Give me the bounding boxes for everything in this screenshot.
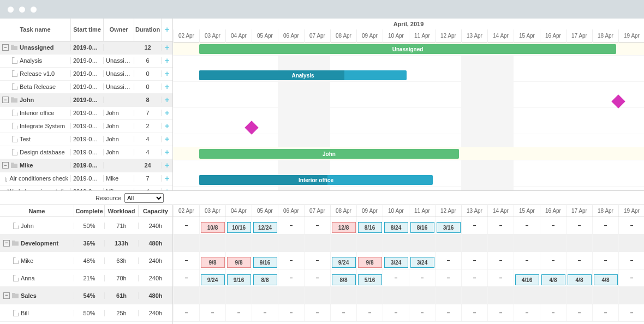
workload-cell: – — [618, 252, 644, 269]
milestone-marker[interactable] — [611, 94, 625, 108]
task-owner: John — [104, 136, 134, 142]
task-group-row[interactable]: −John2019-04-038+ — [0, 94, 172, 107]
task-owner: Unassigned — [104, 57, 134, 64]
col-header-duration[interactable]: Duration — [134, 19, 162, 41]
gantt-timeline[interactable]: April, 2019 02 Apr03 Apr04 Apr05 Apr06 A… — [173, 19, 644, 190]
task-group-row[interactable]: −Unassigned2019-04-0312+ — [0, 41, 172, 55]
add-task-button[interactable]: + — [162, 187, 172, 190]
task-group-row[interactable]: −Mike2019-04-0324+ — [0, 159, 172, 172]
add-task-button[interactable]: + — [162, 109, 172, 117]
timeline-row[interactable]: Interior office — [173, 173, 644, 187]
workload-badge: 9/8 — [358, 257, 382, 268]
workload-cell: – — [540, 217, 566, 234]
workload-cell: 9/8 — [356, 252, 383, 269]
task-row[interactable]: Integrate System2019-04-05John2+ — [0, 120, 172, 133]
task-duration: 7 — [134, 110, 162, 116]
workload-cell: 9/24 — [330, 252, 356, 269]
timeline-row[interactable] — [173, 95, 644, 108]
col-header-name[interactable]: Task name — [0, 19, 71, 41]
workload-cell: – — [461, 269, 487, 286]
workload-cell — [383, 287, 409, 304]
resource-row[interactable]: Anna21%70h240h — [0, 269, 172, 287]
resource-timeline[interactable]: 02 Apr03 Apr04 Apr05 Apr06 Apr07 Apr08 A… — [173, 205, 644, 324]
add-task-button[interactable]: + — [162, 43, 172, 52]
add-task-button[interactable]: + — [162, 82, 172, 91]
res-col-complete[interactable]: Complete — [74, 205, 105, 217]
workload-cell — [173, 235, 199, 251]
workload-badge: 4/16 — [515, 274, 539, 285]
workload-badge: 12/24 — [253, 222, 277, 233]
task-row[interactable]: Test2019-04-09John4+ — [0, 133, 172, 146]
resource-row[interactable]: John50%71h240h — [0, 217, 172, 235]
collapse-toggle[interactable]: − — [3, 240, 10, 247]
group-bar[interactable]: John — [199, 149, 459, 159]
window-dot[interactable] — [31, 7, 37, 13]
collapse-toggle[interactable]: − — [3, 292, 10, 299]
day-header: 08 Apr — [330, 29, 356, 43]
resource-cap: 480h — [139, 292, 172, 299]
resource-comp: 48% — [74, 257, 105, 264]
task-row[interactable]: Interior office2019-04-03John7+ — [0, 107, 172, 120]
window-dot[interactable] — [8, 7, 14, 13]
task-start: 2019-04-05 — [71, 83, 104, 90]
timeline-row[interactable] — [173, 121, 644, 134]
resource-group-row[interactable]: −Sales54%61h480h — [0, 287, 172, 304]
workload-cell — [487, 235, 514, 251]
add-task-button[interactable]: + — [162, 95, 172, 104]
file-icon — [13, 223, 19, 229]
add-task-button[interactable]: + — [162, 56, 172, 65]
resource-row[interactable]: Bill50%25h240h — [0, 304, 172, 322]
workload-cell: – — [461, 304, 487, 321]
add-task-button[interactable]: + — [162, 135, 172, 143]
workload-cell: – — [304, 269, 330, 286]
col-header-owner[interactable]: Owner — [104, 19, 134, 41]
day-header: 16 Apr — [540, 29, 566, 43]
task-bar[interactable]: Interior office — [199, 175, 433, 185]
add-task-button[interactable]: + — [162, 174, 172, 183]
workload-cell — [592, 235, 618, 251]
task-row[interactable]: Workplaces importation2019-05-01Mike4+ — [0, 185, 172, 190]
task-row[interactable]: Analysis2019-04-03Unassigned6+ — [0, 55, 172, 68]
workload-cell — [409, 287, 435, 304]
day-header: 06 Apr — [278, 205, 304, 217]
timeline-row[interactable]: John — [173, 147, 644, 160]
task-row[interactable]: Beta Release2019-04-05Unassigned0+ — [0, 81, 172, 94]
resource-grid: Name Complete Workload Capacity John50%7… — [0, 205, 173, 324]
workload-cell — [566, 287, 592, 304]
resource-name: Bill — [21, 310, 29, 316]
collapse-toggle[interactable]: − — [2, 97, 9, 103]
workload-cell — [383, 235, 409, 251]
add-task-button[interactable]: + — [162, 69, 172, 78]
workload-cell: – — [278, 269, 304, 286]
col-header-start[interactable]: Start time — [71, 19, 104, 41]
res-col-workload[interactable]: Workload — [105, 205, 139, 217]
add-task-button[interactable]: + — [162, 148, 172, 157]
task-row[interactable]: Air conditioners check2019-04-03Mike7+ — [0, 172, 172, 185]
res-col-capacity[interactable]: Capacity — [139, 205, 172, 217]
resource-group-row[interactable]: −Development36%133h480h — [0, 235, 172, 252]
day-header: 14 Apr — [487, 29, 514, 43]
add-task-button[interactable]: + — [162, 122, 172, 130]
add-column-button[interactable]: + — [162, 19, 172, 41]
res-col-name[interactable]: Name — [0, 205, 74, 217]
task-bar[interactable]: Analysis — [199, 70, 407, 80]
workload-cell: 12/24 — [252, 217, 278, 234]
workload-cell — [487, 287, 514, 304]
resource-timeline-row: –9/249/168/8––8/85/16–––––4/164/84/84/8– — [173, 269, 644, 287]
task-row[interactable]: Design database2019-04-03John4+ — [0, 146, 172, 159]
workload-cell: – — [461, 217, 487, 234]
workload-cell: – — [566, 217, 592, 234]
timeline-row[interactable]: Analysis — [173, 69, 644, 82]
collapse-toggle[interactable]: − — [2, 162, 9, 169]
resource-row[interactable]: Mike48%63h240h — [0, 252, 172, 269]
add-task-button[interactable]: + — [162, 161, 172, 170]
task-row[interactable]: Release v1.02019-04-19Unassigned0+ — [0, 68, 172, 81]
collapse-toggle[interactable]: − — [2, 44, 9, 51]
milestone-marker[interactable] — [245, 121, 258, 134]
day-header: 02 Apr — [173, 29, 199, 43]
resource-filter-select[interactable]: All — [124, 193, 164, 203]
timeline-row[interactable]: Unassigned — [173, 43, 644, 56]
window-dot[interactable] — [19, 7, 25, 13]
group-bar[interactable]: Unassigned — [199, 44, 616, 54]
workload-cell: 12/8 — [330, 217, 356, 234]
